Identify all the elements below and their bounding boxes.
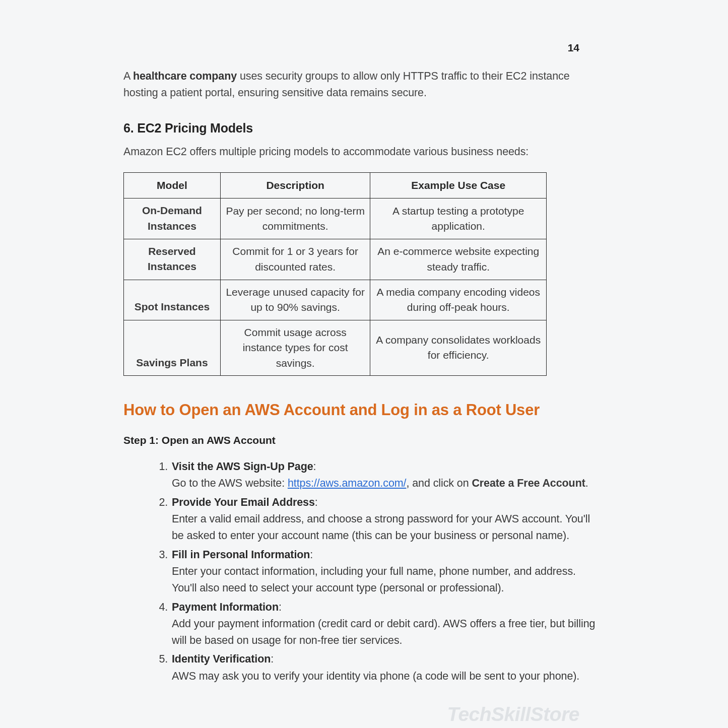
page-number: 14 xyxy=(568,42,579,54)
pricing-table: Model Description Example Use Case On-De… xyxy=(123,172,547,376)
cell-model: Savings Plans xyxy=(124,320,221,375)
intro-paragraph: A healthcare company uses security group… xyxy=(123,68,600,102)
list-item: Identity Verification: AWS may ask you t… xyxy=(171,651,600,685)
th-usecase: Example Use Case xyxy=(370,172,547,198)
section-heading-pricing: 6. EC2 Pricing Models xyxy=(123,121,600,136)
li-body: AWS may ask you to verify your identity … xyxy=(172,668,600,685)
th-description: Description xyxy=(220,172,370,198)
list-item: Visit the AWS Sign-Up Page: Go to the AW… xyxy=(171,458,600,492)
table-row: Spot Instances Leverage unused capacity … xyxy=(124,280,547,320)
table-row: Reserved Instances Commit for 1 or 3 yea… xyxy=(124,239,547,280)
list-item: Provide Your Email Address: Enter a vali… xyxy=(171,494,600,545)
cell-use: A company consolidates workloads for eff… xyxy=(370,320,547,375)
cell-desc: Commit usage across instance types for c… xyxy=(220,320,370,375)
watermark: TechSkillStore xyxy=(447,703,579,725)
li-title: Payment Information xyxy=(172,601,279,613)
step-title: Step 1: Open an AWS Account xyxy=(123,434,600,446)
cell-use: A startup testing a prototype applicatio… xyxy=(370,198,547,239)
list-item: Fill in Personal Information: Enter your… xyxy=(171,547,600,597)
li-body: Add your payment information (credit car… xyxy=(172,616,600,649)
table-header-row: Model Description Example Use Case xyxy=(124,172,547,198)
th-model: Model xyxy=(124,172,221,198)
text: . xyxy=(585,477,588,489)
list-item: Payment Information: Add your payment in… xyxy=(171,599,600,649)
section-lead: Amazon EC2 offers multiple pricing model… xyxy=(123,146,600,158)
cell-desc: Commit for 1 or 3 years for discounted r… xyxy=(220,239,370,280)
li-title: Identity Verification xyxy=(172,653,271,665)
footer: TechSkillStore info@techskillstore.com xyxy=(447,703,579,728)
cell-model: Reserved Instances xyxy=(124,239,221,280)
intro-bold: healthcare company xyxy=(133,70,237,82)
table-row: Savings Plans Commit usage across instan… xyxy=(124,320,547,375)
li-body: Enter your contact information, includin… xyxy=(172,563,600,597)
li-title: Visit the AWS Sign-Up Page xyxy=(172,460,313,473)
cell-use: A media company encoding videos during o… xyxy=(370,280,547,320)
li-title: Provide Your Email Address xyxy=(172,496,315,508)
text: Go to the AWS website: xyxy=(172,477,288,489)
cell-desc: Leverage unused capacity for up to 90% s… xyxy=(220,280,370,320)
li-title: Fill in Personal Information xyxy=(172,549,310,561)
text: A xyxy=(123,70,133,82)
document-page: 14 A healthcare company uses security gr… xyxy=(123,43,600,687)
table-row: On-Demand Instances Pay per second; no l… xyxy=(124,198,547,239)
li-body: Enter a valid email address, and choose … xyxy=(172,511,600,545)
steps-list: Visit the AWS Sign-Up Page: Go to the AW… xyxy=(123,458,600,685)
cell-use: An e-commerce website expecting steady t… xyxy=(370,239,547,280)
cell-desc: Pay per second; no long-term commitments… xyxy=(220,198,370,239)
cell-model: Spot Instances xyxy=(124,280,221,320)
cell-model: On-Demand Instances xyxy=(124,198,221,239)
text-bold: Create a Free Account xyxy=(472,477,585,489)
aws-link[interactable]: https://aws.amazon.com/ xyxy=(288,477,407,489)
howto-heading: How to Open an AWS Account and Log in as… xyxy=(123,401,600,419)
text: , and click on xyxy=(406,477,472,489)
